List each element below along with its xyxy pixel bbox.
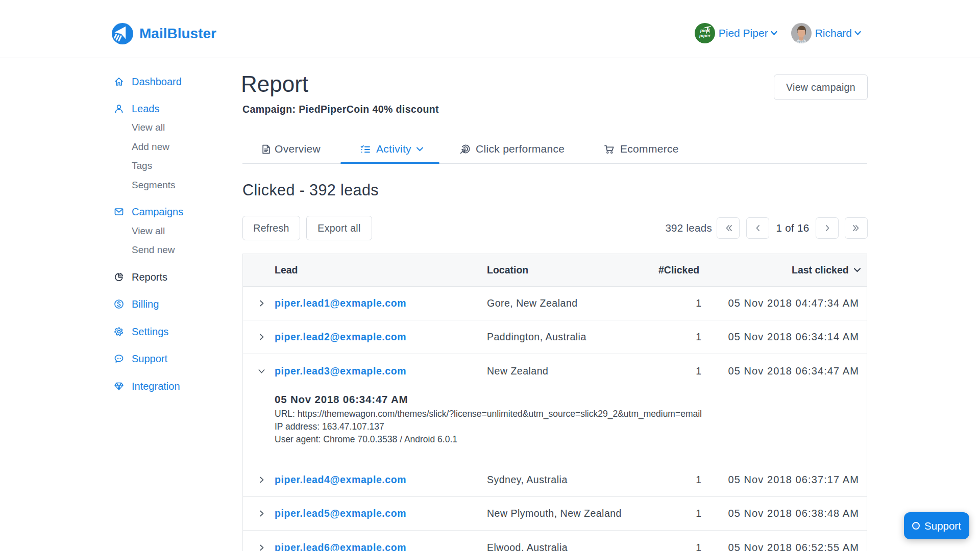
svg-text:piper: piper xyxy=(699,33,711,38)
